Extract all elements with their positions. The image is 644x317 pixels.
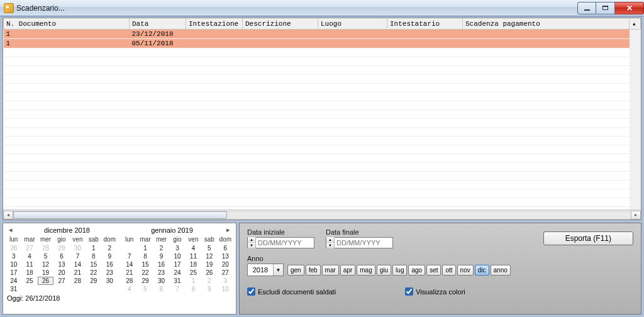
calendar-day[interactable]: 31 bbox=[6, 285, 21, 293]
calendar-day[interactable]: 21 bbox=[121, 269, 137, 277]
calendar-day[interactable]: 12 bbox=[201, 252, 217, 260]
close-button[interactable]: ✕ bbox=[615, 2, 644, 14]
calendar-day[interactable]: 24 bbox=[6, 277, 21, 285]
calendar-day[interactable]: 7 bbox=[70, 252, 86, 260]
month-button-dic[interactable]: dic bbox=[475, 265, 489, 275]
calendar-day[interactable]: 22 bbox=[137, 269, 153, 277]
calendar-day[interactable]: 23 bbox=[102, 269, 118, 277]
col-luogo[interactable]: Luogo bbox=[318, 18, 387, 30]
scroll-track[interactable] bbox=[13, 211, 631, 220]
calendar-day[interactable]: 28 bbox=[70, 277, 86, 285]
calendar-day[interactable]: 30 bbox=[153, 277, 169, 285]
col-descrizione[interactable]: Descrizione bbox=[243, 18, 318, 30]
calendar-day[interactable]: 16 bbox=[102, 260, 118, 269]
calendar-month1-grid[interactable]: 2627282930123456789101112131415161718192… bbox=[6, 244, 118, 293]
calendar-day[interactable]: 28 bbox=[121, 277, 137, 285]
minimize-button[interactable] bbox=[577, 2, 596, 14]
calendar-day[interactable]: 23 bbox=[153, 269, 169, 277]
calendar-day[interactable]: 17 bbox=[169, 260, 185, 269]
calendar-day[interactable]: 30 bbox=[70, 244, 86, 252]
calendar-day[interactable]: 26 bbox=[6, 244, 21, 252]
month-button-anno[interactable]: anno bbox=[491, 265, 511, 275]
month-button-set[interactable]: set bbox=[426, 265, 441, 275]
checkbox-saldati-input[interactable] bbox=[247, 287, 255, 296]
calendar-day[interactable]: 28 bbox=[38, 244, 53, 252]
calendar-day[interactable]: 3 bbox=[6, 252, 21, 260]
calendar-day[interactable]: 8 bbox=[186, 285, 201, 293]
checkbox-colori-input[interactable] bbox=[405, 287, 413, 296]
month-button-mag[interactable]: mag bbox=[357, 265, 375, 275]
calendar-day[interactable]: 22 bbox=[86, 269, 101, 277]
calendar-day[interactable]: 29 bbox=[53, 244, 69, 252]
calendar-day[interactable]: 2 bbox=[153, 244, 169, 252]
month-button-apr[interactable]: apr bbox=[340, 265, 355, 275]
month-button-giu[interactable]: giu bbox=[377, 265, 391, 275]
calendar-day[interactable]: 21 bbox=[70, 269, 86, 277]
date-end-spinner[interactable]: ▲▼ bbox=[326, 237, 335, 248]
year-dropdown-icon[interactable]: ▼ bbox=[273, 264, 283, 275]
scroll-thumb[interactable] bbox=[13, 211, 227, 219]
col-data[interactable]: Data bbox=[130, 18, 186, 30]
calendar-day[interactable]: 19 bbox=[201, 260, 217, 269]
month-button-mar[interactable]: mar bbox=[322, 265, 339, 275]
calendar-day[interactable]: 17 bbox=[6, 269, 21, 277]
calendar-day[interactable]: 30 bbox=[102, 277, 118, 285]
calendar-day[interactable]: 29 bbox=[137, 277, 153, 285]
checkbox-saldati[interactable]: Escludi documenti saldati bbox=[247, 287, 336, 296]
calendar-day[interactable]: 6 bbox=[218, 244, 233, 252]
calendar-day[interactable]: 31 bbox=[169, 277, 185, 285]
calendar-day[interactable]: 18 bbox=[186, 260, 201, 269]
scroll-right-button[interactable]: ▸ bbox=[631, 211, 641, 220]
calendar-day[interactable]: 25 bbox=[186, 269, 201, 277]
calendar-day[interactable]: 3 bbox=[169, 244, 185, 252]
calendar-day[interactable]: 11 bbox=[21, 260, 37, 269]
calendar-day[interactable]: 3 bbox=[218, 277, 233, 285]
table-row[interactable]: 105/11/2018 bbox=[4, 39, 641, 48]
calendar-day[interactable]: 4 bbox=[186, 244, 201, 252]
calendar-day[interactable]: 4 bbox=[121, 285, 137, 293]
calendar-day[interactable]: 16 bbox=[153, 260, 169, 269]
month-button-ott[interactable]: ott bbox=[442, 265, 455, 275]
calendar-day[interactable]: 12 bbox=[38, 260, 53, 269]
calendar-day[interactable]: 27 bbox=[53, 277, 69, 285]
horizontal-scrollbar[interactable]: ◂ ▸ bbox=[3, 209, 641, 220]
calendar-day[interactable]: 9 bbox=[201, 285, 217, 293]
calendar-day[interactable]: 8 bbox=[137, 252, 153, 260]
calendar-day[interactable]: 29 bbox=[86, 277, 101, 285]
export-button[interactable]: Esporta (F11) bbox=[543, 231, 633, 245]
calendar-day[interactable]: 7 bbox=[121, 252, 137, 260]
scroll-left-button[interactable]: ◂ bbox=[3, 211, 13, 220]
calendar-day[interactable]: 27 bbox=[21, 244, 37, 252]
table-row[interactable]: 123/12/2018 bbox=[4, 30, 641, 39]
calendar-day[interactable]: 18 bbox=[21, 269, 37, 277]
date-start-field[interactable] bbox=[256, 239, 314, 247]
calendar-day[interactable]: 2 bbox=[201, 277, 217, 285]
calendar-day[interactable]: 25 bbox=[21, 277, 37, 285]
calendar-day[interactable]: 13 bbox=[218, 252, 233, 260]
calendar-day[interactable]: 10 bbox=[218, 285, 233, 293]
calendar-month2-grid[interactable]: 1234567891011121314151617181920212223242… bbox=[121, 244, 233, 293]
calendar-day[interactable]: 5 bbox=[137, 285, 153, 293]
calendar-day[interactable]: 10 bbox=[169, 252, 185, 260]
calendar-day[interactable]: 2 bbox=[102, 244, 118, 252]
calendar-day[interactable]: 15 bbox=[86, 260, 101, 269]
date-start-input[interactable]: ▲▼ bbox=[247, 237, 314, 248]
calendar-day[interactable]: 5 bbox=[201, 244, 217, 252]
calendar-day[interactable]: 7 bbox=[169, 285, 185, 293]
month-button-gen[interactable]: gen bbox=[287, 265, 304, 275]
month-button-lug[interactable]: lug bbox=[392, 265, 407, 275]
calendar-day[interactable]: 9 bbox=[153, 252, 169, 260]
calendar-day[interactable]: 5 bbox=[38, 252, 53, 260]
year-field[interactable] bbox=[248, 266, 273, 274]
calendar-day[interactable]: 13 bbox=[53, 260, 69, 269]
month-button-feb[interactable]: feb bbox=[306, 265, 321, 275]
month-button-ago[interactable]: ago bbox=[408, 265, 425, 275]
date-start-spinner[interactable]: ▲▼ bbox=[248, 237, 256, 248]
calendar-day[interactable]: 4 bbox=[21, 252, 37, 260]
month-button-nov[interactable]: nov bbox=[457, 265, 474, 275]
col-intestatario[interactable]: Intestatario bbox=[387, 18, 463, 30]
calendar-day[interactable]: 6 bbox=[153, 285, 169, 293]
calendar-day[interactable]: 14 bbox=[70, 260, 86, 269]
calendar-prev-button[interactable]: ◂ bbox=[7, 226, 14, 234]
calendar-day[interactable]: 9 bbox=[102, 252, 118, 260]
